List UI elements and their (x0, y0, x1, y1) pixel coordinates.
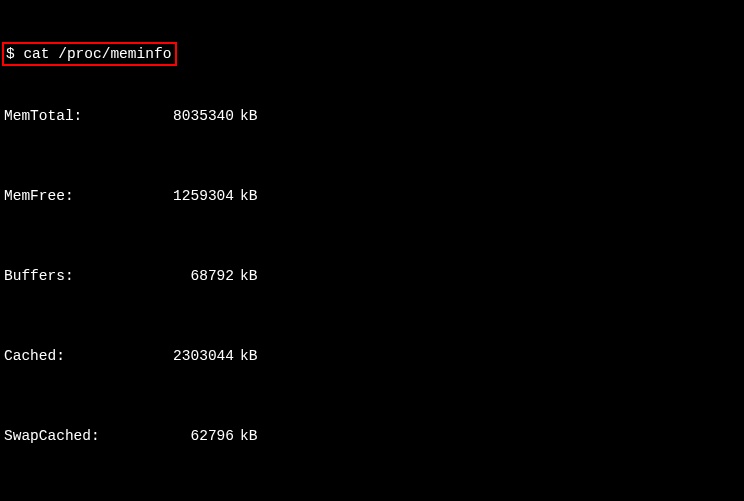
terminal-output: $ cat /proc/meminfo MemTotal:8035340kB M… (0, 0, 744, 501)
meminfo-value: 1259304 (154, 186, 234, 206)
meminfo-table: MemTotal:8035340kB MemFree:1259304kB Buf… (4, 66, 740, 501)
meminfo-value: 62796 (154, 426, 234, 446)
meminfo-value: 68792 (154, 266, 234, 286)
meminfo-unit: kB (234, 346, 257, 366)
meminfo-row: Cached:2303044kB (4, 346, 740, 366)
meminfo-key: SwapCached: (4, 426, 154, 446)
meminfo-key: Buffers: (4, 266, 154, 286)
meminfo-key: Cached: (4, 346, 154, 366)
meminfo-row: MemTotal:8035340kB (4, 106, 740, 126)
meminfo-row: SwapCached:62796kB (4, 426, 740, 446)
meminfo-value: 8035340 (154, 106, 234, 126)
typed-command: cat /proc/meminfo (23, 46, 171, 62)
meminfo-unit: kB (234, 266, 257, 286)
meminfo-row: MemFree:1259304kB (4, 186, 740, 206)
meminfo-unit: kB (234, 426, 257, 446)
meminfo-value: 2303044 (154, 346, 234, 366)
meminfo-key: MemFree: (4, 186, 154, 206)
meminfo-row: Buffers:68792kB (4, 266, 740, 286)
meminfo-unit: kB (234, 106, 257, 126)
meminfo-key: MemTotal: (4, 106, 154, 126)
shell-prompt: $ (6, 46, 15, 62)
command-highlight: $ cat /proc/meminfo (2, 42, 177, 66)
command-line[interactable]: $ cat /proc/meminfo (4, 42, 740, 66)
meminfo-unit: kB (234, 186, 257, 206)
